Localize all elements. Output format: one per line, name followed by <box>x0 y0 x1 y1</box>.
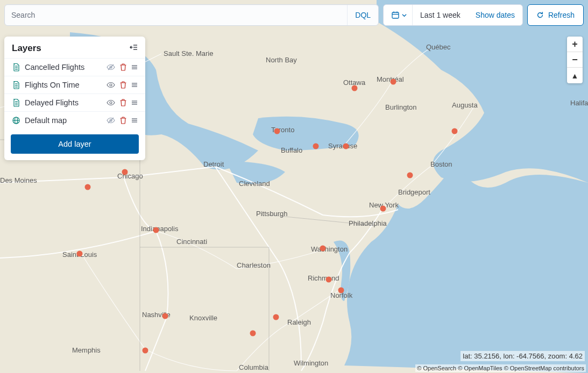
city-label: Boston <box>430 160 452 168</box>
attrib-opensearch[interactable]: © OpenSearch <box>417 365 456 371</box>
city-label: Indianapolis <box>141 225 179 233</box>
data-point[interactable] <box>326 277 332 283</box>
eye-closed-icon <box>107 116 115 125</box>
city-label: Wilmington <box>294 359 328 367</box>
reorder-handle[interactable] <box>131 116 138 125</box>
layer-row: Cancelled Flights <box>4 58 145 76</box>
city-label: Knoxville <box>189 314 217 322</box>
attrib-osm[interactable]: © OpenStreetMap contributors <box>504 365 584 371</box>
calendar-icon <box>391 11 400 19</box>
data-point[interactable] <box>250 331 256 336</box>
trash-icon <box>119 116 127 125</box>
toggle-visibility-button[interactable] <box>107 116 115 125</box>
layer-label[interactable]: Delayed Flights <box>25 98 102 107</box>
city-label: Charleston <box>237 261 271 269</box>
zoom-out-button[interactable]: − <box>567 52 583 68</box>
svg-point-19 <box>110 84 112 86</box>
data-point[interactable] <box>313 144 319 149</box>
search-container: DQL <box>4 4 379 26</box>
layer-row: Flights On Time <box>4 76 145 94</box>
data-point[interactable] <box>391 79 396 85</box>
data-point[interactable] <box>143 348 148 354</box>
date-range-text[interactable]: Last 1 week <box>413 11 468 19</box>
toggle-visibility-button[interactable] <box>107 98 115 107</box>
document-icon <box>12 98 20 107</box>
city-label: North Bay <box>266 56 297 64</box>
drag-handle-icon <box>131 63 138 71</box>
dql-toggle[interactable]: DQL <box>347 5 378 25</box>
zoom-controls: + − ▲ <box>567 37 583 83</box>
city-label: Washington <box>311 245 348 253</box>
data-point[interactable] <box>162 313 168 319</box>
data-point[interactable] <box>352 85 358 91</box>
delete-layer-button[interactable] <box>119 98 127 107</box>
eye-closed-icon <box>107 63 115 71</box>
delete-layer-button[interactable] <box>119 63 127 71</box>
city-label: Bridgeport <box>398 188 430 196</box>
refresh-button[interactable]: Refresh <box>527 4 584 26</box>
drag-handle-icon <box>131 116 138 125</box>
chevron-down-icon <box>402 13 407 18</box>
reorder-handle[interactable] <box>131 63 138 71</box>
coord-lat: 35.2156 <box>474 352 499 360</box>
layer-label[interactable]: Default map <box>25 116 102 125</box>
data-point[interactable] <box>343 144 349 149</box>
document-icon <box>12 81 20 89</box>
reorder-handle[interactable] <box>131 98 138 107</box>
city-label: Philadelphia <box>349 219 387 227</box>
reset-bearing-button[interactable]: ▲ <box>567 68 583 83</box>
trash-icon <box>119 81 127 89</box>
data-point[interactable] <box>153 227 159 233</box>
city-label: Chicago <box>117 172 143 180</box>
map-coordinates: lat: 35.2156, lon: -64.7566, zoom: 4.62 <box>461 351 585 361</box>
city-label: Sault Ste. Marie <box>164 49 214 58</box>
city-label: Buffalo <box>281 146 302 154</box>
layer-row: Default map <box>4 111 145 129</box>
layers-title: Layers <box>12 43 41 54</box>
city-label: Detroit <box>203 160 224 168</box>
city-label: Halifax <box>570 99 588 107</box>
eye-open-icon <box>107 98 115 107</box>
data-point[interactable] <box>338 288 344 293</box>
city-label: Syracuse <box>328 142 357 150</box>
city-label: Augusta <box>452 101 478 109</box>
data-point[interactable] <box>85 184 91 190</box>
data-point[interactable] <box>320 246 326 252</box>
city-label: Columbia <box>239 363 269 371</box>
data-point[interactable] <box>274 128 280 134</box>
data-point[interactable] <box>380 206 386 212</box>
drag-handle-icon <box>131 81 138 89</box>
data-point[interactable] <box>273 314 279 320</box>
attrib-openmaptiles[interactable]: © OpenMapTiles <box>458 365 502 371</box>
reorder-handle[interactable] <box>131 81 138 89</box>
globe-icon <box>12 116 20 125</box>
data-point[interactable] <box>407 173 413 178</box>
document-icon <box>12 63 20 71</box>
delete-layer-button[interactable] <box>119 81 127 89</box>
city-label: Richmond <box>308 274 339 282</box>
layers-panel: Layers Cancelled FlightsFlights On TimeD… <box>4 37 145 160</box>
data-point[interactable] <box>77 251 83 257</box>
city-label: Burlington <box>385 103 417 111</box>
trash-icon <box>119 98 127 107</box>
city-label: Raleigh <box>287 318 311 326</box>
city-label: Cleveland <box>239 180 270 188</box>
data-point[interactable] <box>122 169 128 175</box>
collapse-panel-icon[interactable] <box>129 44 138 53</box>
search-input[interactable] <box>5 5 347 25</box>
svg-point-26 <box>110 102 112 104</box>
toggle-visibility-button[interactable] <box>107 81 115 89</box>
add-layer-button[interactable]: Add layer <box>11 134 139 154</box>
date-quick-select[interactable] <box>384 5 413 25</box>
city-label: Montréal <box>377 75 404 83</box>
svg-rect-1 <box>392 12 399 18</box>
layer-label[interactable]: Flights On Time <box>25 81 102 89</box>
delete-layer-button[interactable] <box>119 116 127 125</box>
show-dates-link[interactable]: Show dates <box>468 11 522 19</box>
layer-label[interactable]: Cancelled Flights <box>25 63 102 71</box>
toggle-visibility-button[interactable] <box>107 63 115 71</box>
zoom-in-button[interactable]: + <box>567 37 583 52</box>
city-label: Québec <box>426 43 451 51</box>
layer-row: Delayed Flights <box>4 94 145 111</box>
data-point[interactable] <box>452 128 458 134</box>
